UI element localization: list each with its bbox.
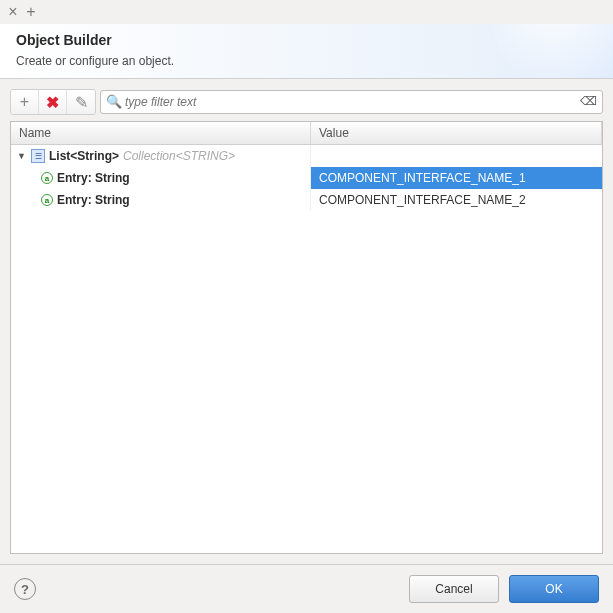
dialog-footer: ? Cancel OK [0, 564, 613, 613]
root-label: List<String> [49, 149, 119, 163]
dialog-subtitle: Create or configure an object. [16, 54, 597, 68]
entry-icon: a [41, 194, 53, 206]
remove-button[interactable]: ✖ [39, 90, 67, 114]
new-tab-icon[interactable]: + [26, 7, 36, 17]
ok-button[interactable]: OK [509, 575, 599, 603]
root-hint: Collection<STRING> [123, 149, 235, 163]
entry-value[interactable]: COMPONENT_INTERFACE_NAME_2 [311, 189, 602, 211]
table-header: Name Value [11, 122, 602, 145]
tree-row[interactable]: a Entry: String COMPONENT_INTERFACE_NAME… [11, 189, 602, 211]
tree-table: Name Value ▼ ☰ List<String> Collection<S… [10, 121, 603, 554]
col-name[interactable]: Name [11, 122, 311, 144]
clear-icon[interactable]: ⌫ [580, 94, 597, 108]
dialog-body: + ✖ ✎ 🔍 ⌫ Name Value ▼ ☰ List<String> C [0, 79, 613, 564]
x-icon: ✖ [46, 93, 59, 112]
dialog-header: Object Builder Create or configure an ob… [0, 24, 613, 79]
col-value[interactable]: Value [311, 122, 602, 144]
titlebar: × + [0, 0, 613, 24]
help-button[interactable]: ? [14, 578, 36, 600]
dialog-title: Object Builder [16, 32, 597, 48]
root-value [311, 145, 602, 167]
expand-icon[interactable]: ▼ [17, 151, 27, 161]
pencil-icon: ✎ [75, 93, 88, 112]
list-icon: ☰ [31, 149, 45, 163]
toolbar-group: + ✖ ✎ [10, 89, 96, 115]
edit-button[interactable]: ✎ [67, 90, 95, 114]
tree-root-row[interactable]: ▼ ☰ List<String> Collection<STRING> [11, 145, 602, 167]
entry-label: Entry: String [57, 193, 130, 207]
plus-icon: + [20, 93, 29, 111]
entry-label: Entry: String [57, 171, 130, 185]
close-icon[interactable]: × [8, 7, 18, 17]
search-icon: 🔍 [106, 94, 122, 109]
entry-value[interactable]: COMPONENT_INTERFACE_NAME_1 [311, 167, 602, 189]
filter-input[interactable] [100, 90, 603, 114]
toolbar: + ✖ ✎ 🔍 ⌫ [10, 89, 603, 115]
add-button[interactable]: + [11, 90, 39, 114]
entry-icon: a [41, 172, 53, 184]
search-wrap: 🔍 ⌫ [100, 90, 603, 114]
dialog-window: × + Object Builder Create or configure a… [0, 0, 613, 613]
cancel-button[interactable]: Cancel [409, 575, 499, 603]
tree-row[interactable]: a Entry: String COMPONENT_INTERFACE_NAME… [11, 167, 602, 189]
